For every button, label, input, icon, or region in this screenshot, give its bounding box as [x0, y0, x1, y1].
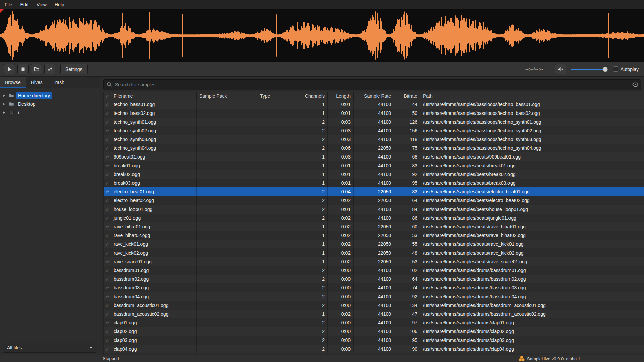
favorite-star-icon[interactable]: ☆: [105, 137, 109, 142]
table-row[interactable]: ☆clap04.ogg20:004410090/usr/share/lmms/s…: [104, 345, 644, 353]
column-header-sample-rate[interactable]: Sample Rate: [354, 92, 394, 100]
table-row[interactable]: ☆break01.ogg10:014410083/usr/share/lmms/…: [104, 161, 644, 170]
volume-slider-handle[interactable]: [603, 67, 608, 72]
favorite-star-icon[interactable]: ☆: [105, 233, 109, 238]
favorite-star-icon[interactable]: ☆: [105, 129, 109, 133]
table-row[interactable]: ☆break02.ogg10:014410092/usr/share/lmms/…: [104, 170, 644, 179]
menu-help[interactable]: Help: [51, 0, 68, 9]
menu-view[interactable]: View: [33, 0, 51, 9]
tab-trash[interactable]: Trash: [48, 77, 69, 88]
favorite-star-icon[interactable]: ☆: [105, 102, 109, 107]
favorite-star-icon[interactable]: ☆: [105, 164, 109, 168]
clear-search-icon[interactable]: [632, 82, 638, 88]
column-header-filename[interactable]: Filename: [111, 92, 197, 100]
favorite-star-icon[interactable]: ☆: [105, 268, 109, 273]
table-row[interactable]: ☆clap01.ogg20:004410097/usr/share/lmms/s…: [104, 318, 644, 327]
play-button[interactable]: [4, 64, 15, 74]
favorite-star-icon[interactable]: ☆: [105, 260, 109, 264]
autoplay-checkbox[interactable]: [613, 66, 618, 72]
table-row[interactable]: ☆techno_bass02.ogg10:014410050/usr/share…: [104, 109, 644, 118]
column-header-favorite[interactable]: ☆: [104, 92, 111, 100]
tree-item-desktop[interactable]: ▸ Desktop: [0, 100, 100, 108]
table-row[interactable]: ☆clap03.ogg20:004410095/usr/share/lmms/s…: [104, 336, 644, 345]
tree-item-home-directory[interactable]: ▸ Home directory: [0, 91, 100, 100]
table-row[interactable]: ☆bassdrum02.ogg20:004410064/usr/share/lm…: [104, 275, 644, 283]
tab-hives[interactable]: Hives: [26, 77, 48, 88]
table-row[interactable]: ☆bassdrum04.ogg20:004410092/usr/share/lm…: [104, 292, 644, 301]
favorite-star-icon[interactable]: ☆: [105, 172, 109, 177]
table-row[interactable]: ☆bassdrum_acoustic02.ogg10:024410047/usr…: [104, 310, 644, 318]
cell-sample-rate: 44100: [354, 345, 394, 353]
table-row[interactable]: ☆rave_hihat02.ogg10:022205053/usr/share/…: [104, 231, 644, 240]
table-row[interactable]: ☆clap02.ogg20:0044100106/usr/share/lmms/…: [104, 327, 644, 336]
loop-points-button[interactable]: [44, 64, 55, 74]
table-row[interactable]: ☆rave_hihat01.ogg10:022205060/usr/share/…: [104, 222, 644, 231]
table-row[interactable]: ☆break03.ogg10:014410095/usr/share/lmms/…: [104, 179, 644, 187]
stop-button[interactable]: [17, 64, 29, 74]
favorite-star-icon[interactable]: ☆: [105, 347, 109, 351]
table-row[interactable]: ☆bassdrum_acoustic01.ogg20:0044100134/us…: [104, 301, 644, 310]
volume-slider[interactable]: [571, 64, 608, 74]
table-row[interactable]: ☆electro_beat02.ogg20:022205064/usr/shar…: [104, 196, 644, 205]
favorite-star-icon[interactable]: ☆: [105, 338, 109, 343]
column-header-channels[interactable]: Channels: [297, 92, 328, 100]
favorite-star-icon[interactable]: ☆: [105, 181, 109, 185]
table-row[interactable]: ☆bassdrum01.ogg20:0044100102/usr/share/l…: [104, 266, 644, 275]
favorite-star-icon[interactable]: ☆: [105, 216, 109, 220]
table-row[interactable]: ☆techno_synth02.ogg20:0344100156/usr/sha…: [104, 126, 644, 135]
favorite-star-icon[interactable]: ☆: [105, 120, 109, 124]
loop-button[interactable]: [31, 64, 42, 74]
table-row[interactable]: ☆electro_beat01.ogg20:042205083/usr/shar…: [104, 187, 644, 196]
settings-button[interactable]: Settings: [60, 64, 88, 74]
table-row[interactable]: ☆rave_kick02.ogg10:022205048/usr/share/l…: [104, 248, 644, 257]
tab-browse[interactable]: Browse: [0, 77, 26, 88]
favorite-star-icon[interactable]: ☆: [105, 225, 109, 229]
menu-file[interactable]: File: [1, 0, 16, 9]
table-row[interactable]: ☆rave_kick01.ogg10:022205055/usr/share/l…: [104, 240, 644, 248]
file-filter-dropdown[interactable]: All files: [3, 343, 97, 353]
favorite-star-icon[interactable]: ☆: [105, 242, 109, 246]
sample-table: ☆ Filename Sample Pack Type Channels Len…: [103, 92, 644, 355]
cell-length: 0:01: [328, 161, 354, 170]
favorite-star-icon[interactable]: ☆: [105, 198, 109, 203]
favorite-star-icon[interactable]: ☆: [105, 251, 109, 255]
chevron-right-icon[interactable]: ▸: [3, 110, 9, 115]
table-row[interactable]: ☆909beat01.ogg10:034410068/usr/share/lmm…: [104, 152, 644, 161]
cell-sample-pack: [197, 240, 257, 248]
cell-length: 0:02: [328, 248, 354, 257]
favorite-star-icon[interactable]: ☆: [105, 155, 109, 159]
menu-edit[interactable]: Edit: [16, 0, 33, 9]
column-header-bitrate[interactable]: Bitrate: [394, 92, 420, 100]
table-row[interactable]: ☆rave_snare01.ogg10:022205053/usr/share/…: [104, 257, 644, 266]
table-row[interactable]: ☆jungle01.ogg20:024410086/usr/share/lmms…: [104, 214, 644, 222]
favorite-star-icon[interactable]: ☆: [105, 303, 109, 308]
favorite-star-icon[interactable]: ☆: [105, 321, 109, 325]
waveform-display[interactable]: [0, 9, 644, 62]
mute-button[interactable]: [555, 64, 566, 74]
table-row[interactable]: ☆house_loop01.ogg20:014410084/usr/share/…: [104, 205, 644, 214]
chevron-right-icon[interactable]: ▸: [3, 102, 9, 106]
favorite-star-icon[interactable]: ☆: [105, 146, 109, 150]
column-header-sample-pack[interactable]: Sample Pack: [197, 92, 257, 100]
cell-type: [257, 170, 297, 179]
favorite-star-icon[interactable]: ☆: [105, 329, 109, 334]
favorite-star-icon[interactable]: ☆: [105, 190, 109, 194]
table-row[interactable]: ☆techno_synth01.ogg20:0344100126/usr/sha…: [104, 118, 644, 126]
favorite-star-icon[interactable]: ☆: [105, 312, 109, 316]
favorite-star-icon[interactable]: ☆: [105, 286, 109, 290]
column-header-type[interactable]: Type: [257, 92, 297, 100]
table-row[interactable]: ☆techno_synth04.ogg20:062205075/usr/shar…: [104, 144, 644, 152]
favorite-star-icon[interactable]: ☆: [105, 111, 109, 116]
column-header-path[interactable]: Path: [420, 92, 644, 100]
favorite-star-icon[interactable]: ☆: [105, 295, 109, 299]
table-row[interactable]: ☆techno_bass01.ogg10:014410044/usr/share…: [104, 100, 644, 109]
column-header-length[interactable]: Length: [328, 92, 354, 100]
favorite-star-icon[interactable]: ☆: [105, 207, 109, 212]
table-row[interactable]: ☆techno_synth03.ogg20:0344100118/usr/sha…: [104, 135, 644, 144]
favorite-star-icon[interactable]: ☆: [105, 277, 109, 281]
cell-sample-pack: [197, 301, 257, 310]
table-row[interactable]: ☆bassdrum03.ogg20:004410074/usr/share/lm…: [104, 283, 644, 292]
search-input[interactable]: [103, 79, 641, 90]
tree-item-root[interactable]: ▸ /: [0, 108, 100, 117]
chevron-right-icon[interactable]: ▸: [3, 93, 9, 98]
